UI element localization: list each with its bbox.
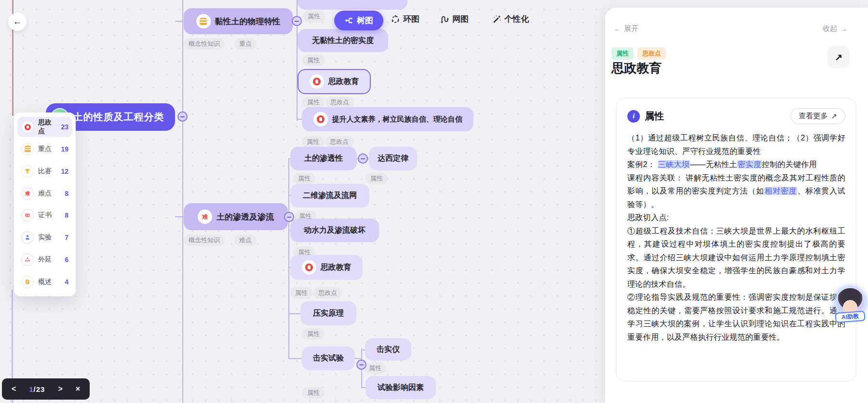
collapse-button-seepage[interactable] (284, 212, 294, 222)
filter-item-competition[interactable]: 比赛 12 (17, 161, 72, 181)
connector (361, 349, 365, 350)
difficult-icon: 难 (21, 187, 34, 200)
edge-tag-attr: 属性 (302, 328, 325, 340)
collapse-button-root[interactable] (177, 111, 188, 122)
count-badge: 19 (61, 145, 68, 153)
node-sizheng-education-selected[interactable]: 思政教育 (298, 69, 371, 94)
ai-assistant-label: AI助教 (835, 311, 865, 323)
experiment-icon (21, 231, 34, 244)
node-permeability[interactable]: 土的渗透性 (290, 147, 357, 170)
node-tag-nan: 难点 (234, 235, 257, 246)
node-tag-concept: 概念性知识 (184, 38, 225, 50)
filter-item-difficult[interactable]: 难 难点 8 (17, 183, 72, 204)
count-badge: 8 (65, 190, 68, 197)
back-button[interactable]: ← (8, 13, 27, 31)
expand-panel-link[interactable]: ← 展开 (614, 24, 638, 33)
filter-item-certificate[interactable]: 证书 8 (17, 205, 72, 225)
arrow-up-right-icon: ↗ (835, 52, 842, 63)
edge-tag-attr: 属性 (302, 97, 325, 108)
node-seepage-net[interactable]: 二维渗流及流网 (290, 184, 369, 208)
edge-tag-sizheng: 思政点 (326, 97, 354, 108)
info-icon: i (627, 110, 640, 123)
close-pager-button[interactable]: × (76, 385, 80, 393)
connector (288, 358, 303, 359)
tab-network-view[interactable]: 网图 (440, 14, 469, 25)
node-hydrodynamic[interactable]: 动水力及渗流破坏 (290, 219, 379, 242)
pagination-bar: < 1/23 > × (2, 378, 90, 400)
attribute-card: i 属性 查看更多 ↗ （1）通过超级工程树立民族自信、理论自信；（2）强调学好… (616, 98, 856, 381)
count-badge: 7 (65, 234, 68, 241)
filter-item-important[interactable]: 重点 19 (17, 139, 72, 159)
difficult-icon: 难 (198, 209, 212, 224)
collapse-button-clay[interactable] (292, 16, 302, 26)
connector (354, 358, 362, 359)
node-sensitivity[interactable]: 灵敏度和触变性 (298, 0, 407, 10)
node-compaction-device[interactable]: 击实仪 (365, 338, 411, 361)
magic-wand-icon (492, 14, 502, 24)
node-test-factors[interactable]: 试验影响因素 (366, 376, 436, 399)
edge-tag-attr: 属性 (293, 173, 315, 184)
open-fullscreen-button[interactable]: ↗ (827, 46, 850, 68)
node-sizheng-education-2[interactable]: 思政教育 (290, 255, 363, 280)
edge-tag-sizheng: 思政点 (313, 287, 342, 299)
tree-view-icon (344, 16, 353, 25)
extension-icon (21, 253, 34, 266)
card-header: 属性 (645, 110, 786, 123)
next-page-button[interactable]: > (58, 385, 62, 393)
medal-icon (21, 121, 34, 133)
back-arrow-icon: ← (13, 16, 22, 27)
count-badge: 8 (65, 211, 68, 219)
important-icon (196, 14, 211, 28)
overview-icon (21, 276, 34, 288)
collapse-panel-link[interactable]: 收起 → (823, 24, 847, 33)
branch-line (288, 158, 289, 359)
category-filter-panel: 思政点 23 重点 19 比赛 12 难 难点 8 证书 8 (14, 112, 76, 296)
medal-icon (302, 260, 316, 275)
view-more-button[interactable]: 查看更多 ↗ (790, 108, 845, 124)
filter-item-overview[interactable]: 概述 4 (17, 272, 72, 292)
collapse-button-darcy[interactable] (358, 153, 368, 164)
filter-item-extension[interactable]: 外延 6 (17, 250, 72, 270)
tab-tree-view[interactable]: 树图 (334, 11, 383, 30)
panel-tag-attr: 属性 (611, 47, 634, 60)
node-density[interactable]: 无黏性土的密实度 (298, 29, 388, 52)
filter-item-sizheng[interactable]: 思政点 23 (17, 117, 72, 137)
edge-tag-attr: 属性 (303, 11, 325, 22)
node-compaction-test[interactable]: 击实试验 (302, 347, 355, 370)
node-tag-zhong: 重点 (234, 38, 257, 50)
panel-tag-sizheng: 思政点 (637, 47, 666, 60)
edge-tag-sizheng: 思政点 (325, 136, 353, 148)
node-clay-properties[interactable]: 黏性土的物理特性 (184, 8, 293, 34)
network-view-icon (440, 14, 449, 24)
edge-tag-attr: 属性 (366, 173, 388, 184)
node-darcy[interactable]: 达西定律 (369, 147, 417, 170)
edge-tag-attr: 属性 (364, 362, 386, 374)
tab-ring-view[interactable]: 环图 (391, 14, 420, 25)
edge-tag-attr: 属性 (290, 287, 312, 299)
page-indicator: 1/23 (29, 385, 45, 393)
connector (288, 313, 301, 314)
node-compaction-principle[interactable]: 压实原理 (300, 301, 356, 325)
panel-title: 思政教育 (611, 60, 662, 77)
ring-view-icon (391, 14, 400, 24)
arrow-up-right-icon: ↗ (831, 112, 837, 121)
count-badge: 4 (65, 278, 68, 286)
node-tag-concept: 概念性知识 (184, 235, 225, 246)
node-seepage-parent[interactable]: 难 土的渗透及渗流 (184, 203, 288, 230)
arrow-left-icon: ← (614, 25, 621, 33)
trunk-line (182, 0, 183, 403)
prev-page-button[interactable]: < (12, 385, 16, 393)
trophy-icon (21, 165, 34, 178)
tab-personalize[interactable]: 个性化 (492, 14, 529, 25)
count-badge: 12 (61, 167, 68, 175)
edge-tag-attr: 属性 (302, 55, 325, 66)
count-badge: 23 (61, 123, 68, 131)
edge-tag-attr: 属性 (302, 136, 324, 148)
medal-icon (313, 112, 328, 126)
collapse-button-test[interactable] (356, 360, 366, 370)
filter-item-experiment[interactable]: 实验 7 (17, 227, 72, 248)
medal-icon (310, 74, 324, 89)
certificate-icon (21, 209, 34, 222)
node-humanity[interactable]: 提升人文素养，树立民族自信、理论自信 (302, 107, 474, 131)
card-body-text: （1）通过超级工程树立民族自信、理论自信；（2）强调学好专业理论知识、严守行业规… (627, 131, 845, 344)
